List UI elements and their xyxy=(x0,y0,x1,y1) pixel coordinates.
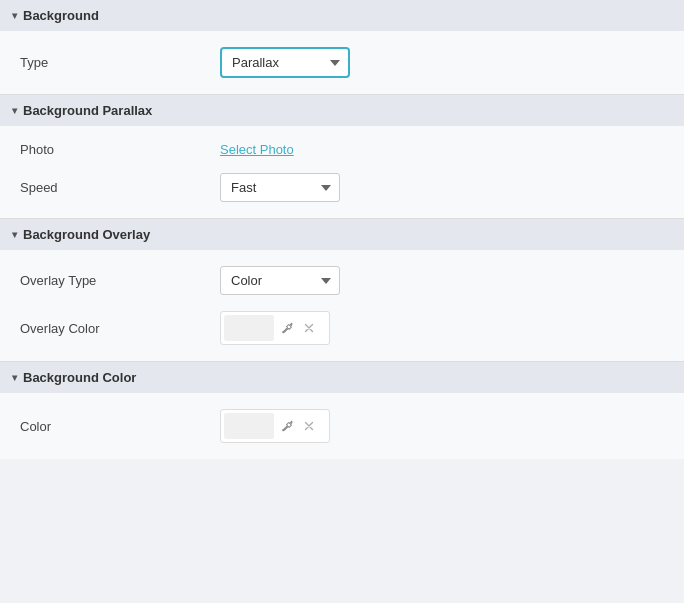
overlay-color-control xyxy=(220,311,664,345)
speed-label: Speed xyxy=(20,180,220,195)
eyedropper-icon xyxy=(280,321,294,335)
background-overlay-title: Background Overlay xyxy=(23,227,150,242)
color-field-row: Color xyxy=(20,409,664,443)
color-control xyxy=(220,409,664,443)
background-color-section: ▾ Background Color Color xyxy=(0,362,684,459)
background-overlay-section: ▾ Background Overlay Overlay Type Color … xyxy=(0,219,684,361)
overlay-eyedropper-button[interactable] xyxy=(278,319,296,337)
background-color-body: Color xyxy=(0,393,684,459)
type-control: Parallax Fixed Scroll None xyxy=(220,47,664,78)
background-parallax-section: ▾ Background Parallax Photo Select Photo… xyxy=(0,95,684,218)
type-label: Type xyxy=(20,55,220,70)
svg-point-0 xyxy=(282,331,284,333)
overlay-chevron-icon: ▾ xyxy=(12,229,17,240)
background-parallax-section-header[interactable]: ▾ Background Parallax xyxy=(0,95,684,126)
overlay-color-swatch xyxy=(224,315,274,341)
type-select[interactable]: Parallax Fixed Scroll None xyxy=(220,47,350,78)
background-overlay-section-header[interactable]: ▾ Background Overlay xyxy=(0,219,684,250)
background-parallax-body: Photo Select Photo Speed Fast Medium Slo… xyxy=(0,126,684,218)
parallax-chevron-icon: ▾ xyxy=(12,105,17,116)
background-color-section-header[interactable]: ▾ Background Color xyxy=(0,362,684,393)
bg-color-actions xyxy=(278,417,318,435)
select-photo-button[interactable]: Select Photo xyxy=(220,142,294,157)
overlay-color-actions xyxy=(278,319,318,337)
speed-control: Fast Medium Slow xyxy=(220,173,664,202)
bg-clear-button[interactable] xyxy=(300,417,318,435)
speed-field-row: Speed Fast Medium Slow xyxy=(20,173,664,202)
overlay-clear-button[interactable] xyxy=(300,319,318,337)
bg-color-swatch xyxy=(224,413,274,439)
overlay-color-field-row: Overlay Color xyxy=(20,311,664,345)
color-chevron-icon: ▾ xyxy=(12,372,17,383)
close-icon xyxy=(302,419,316,433)
svg-point-1 xyxy=(282,429,284,431)
color-label: Color xyxy=(20,419,220,434)
bg-eyedropper-button[interactable] xyxy=(278,417,296,435)
photo-label: Photo xyxy=(20,142,220,157)
close-icon xyxy=(302,321,316,335)
bg-color-picker[interactable] xyxy=(220,409,330,443)
background-chevron-icon: ▾ xyxy=(12,10,17,21)
overlay-type-label: Overlay Type xyxy=(20,273,220,288)
type-field-row: Type Parallax Fixed Scroll None xyxy=(20,47,664,78)
background-section-title: Background xyxy=(23,8,99,23)
background-section-header[interactable]: ▾ Background xyxy=(0,0,684,31)
background-color-title: Background Color xyxy=(23,370,136,385)
speed-select[interactable]: Fast Medium Slow xyxy=(220,173,340,202)
photo-field-row: Photo Select Photo xyxy=(20,142,664,157)
photo-control: Select Photo xyxy=(220,142,664,157)
overlay-color-label: Overlay Color xyxy=(20,321,220,336)
overlay-type-field-row: Overlay Type Color Gradient None xyxy=(20,266,664,295)
eyedropper-icon xyxy=(280,419,294,433)
overlay-color-picker[interactable] xyxy=(220,311,330,345)
background-section: ▾ Background Type Parallax Fixed Scroll … xyxy=(0,0,684,94)
overlay-type-select[interactable]: Color Gradient None xyxy=(220,266,340,295)
background-parallax-title: Background Parallax xyxy=(23,103,152,118)
overlay-type-control: Color Gradient None xyxy=(220,266,664,295)
background-overlay-body: Overlay Type Color Gradient None Overlay… xyxy=(0,250,684,361)
background-section-body: Type Parallax Fixed Scroll None xyxy=(0,31,684,94)
